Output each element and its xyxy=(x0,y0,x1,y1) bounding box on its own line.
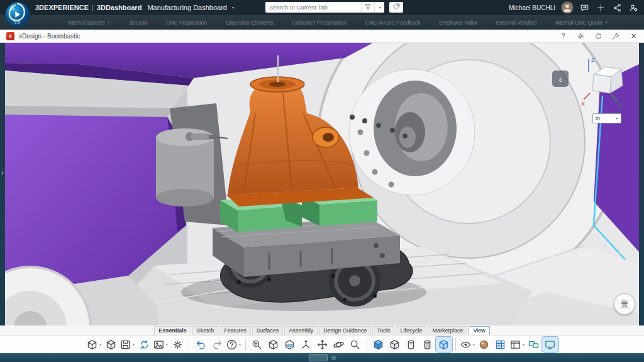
dashboard-tab[interactable]: External Vendors xyxy=(496,20,537,26)
axis-triad-icon[interactable] xyxy=(298,337,314,352)
dashboard-tab[interactable]: Employee Index xyxy=(439,20,477,26)
hide-show-icon[interactable]: ▼ xyxy=(459,337,476,352)
ribbon-tab-essentials[interactable]: Essentials xyxy=(154,326,191,335)
xdesign-window: x xDesign - Boombastic ?× xyxy=(0,30,644,353)
units-dropdown[interactable]: in ▼ xyxy=(592,113,621,123)
model-box-icon[interactable] xyxy=(103,337,119,352)
dashboard-tab[interactable]: CNC MASIC Feedback xyxy=(365,20,420,26)
toolbar-separator xyxy=(245,338,246,351)
ribbon-tab-lifecycle[interactable]: Lifecycle xyxy=(396,326,426,335)
dashboard-name[interactable]: Manufacturing Dashboard xyxy=(147,4,227,11)
logo-text-3d: 3D xyxy=(10,7,14,11)
ribbon-tab-tools[interactable]: Tools xyxy=(372,326,394,335)
settings-button[interactable] xyxy=(577,31,585,40)
ribbon-tab-surfaces[interactable]: Surfaces xyxy=(252,326,284,335)
iso-view-icon[interactable] xyxy=(265,337,282,352)
new-design-icon[interactable]: ▼ xyxy=(86,337,103,352)
options-gear-icon[interactable] xyxy=(169,337,186,352)
window-titlebar[interactable]: x xDesign - Boombastic ?× xyxy=(0,30,644,43)
dashboard-tab[interactable]: Customer Presentation xyxy=(292,20,347,26)
add-content-icon[interactable] xyxy=(596,3,606,13)
zoom-fit-icon[interactable] xyxy=(347,337,364,352)
rotary-cylinder xyxy=(156,128,214,206)
share-chat-icon[interactable] xyxy=(579,3,590,13)
redo-icon[interactable] xyxy=(209,337,225,352)
view-cube[interactable]: Z X Y xyxy=(581,54,629,110)
ribbon: EssentialsSketchFeaturesSurfacesAssembly… xyxy=(0,325,644,353)
3d-viewport[interactable]: ‹ Z X Y in ▼ xyxy=(5,43,639,325)
share-icon[interactable] xyxy=(612,3,623,13)
shaded-edges-style-icon[interactable] xyxy=(387,337,403,352)
pan-icon[interactable] xyxy=(314,337,331,352)
dashboard-tab[interactable]: Internal CNC Quota▼ xyxy=(555,20,608,26)
user-name[interactable]: Michael BUCHLI xyxy=(509,4,555,11)
zoom-area-icon[interactable] xyxy=(249,337,265,352)
panel-layout-icon[interactable]: ▼ xyxy=(509,337,526,352)
capture-image-icon[interactable]: ▼ xyxy=(152,337,169,352)
assistant-button[interactable] xyxy=(614,293,635,315)
tag-icon xyxy=(392,2,401,13)
ribbon-tab-design-guidance[interactable]: Design Guidance xyxy=(319,326,371,335)
expand-panel-icon[interactable]: › xyxy=(1,170,3,176)
ribbon-tab-view[interactable]: View xyxy=(469,326,489,335)
work-grid-icon[interactable] xyxy=(492,337,509,352)
z-axis-label: Z xyxy=(591,57,595,63)
search-options-caret[interactable]: ▼ xyxy=(374,2,384,13)
section-view-icon[interactable] xyxy=(282,337,298,352)
search-filter-funnel-icon[interactable] xyxy=(361,2,374,13)
brand-3dexperience: 3DEXPERIENCE xyxy=(35,4,89,11)
wireframe-style-icon[interactable] xyxy=(403,337,419,352)
help-button[interactable]: ? xyxy=(559,31,567,40)
orbit-icon[interactable] xyxy=(331,337,347,352)
funnel-icon xyxy=(364,2,372,13)
multi-screen-icon[interactable] xyxy=(526,337,542,352)
brand-app: 3DDashboard xyxy=(97,4,142,11)
search-bar: ▼ xyxy=(265,2,403,13)
dashboard-tab[interactable]: 3DLean xyxy=(129,20,148,26)
window-controls: ?× xyxy=(559,31,638,40)
3ds-compass-logo[interactable]: 3D V+R xyxy=(4,1,31,28)
hidden-line-style-icon[interactable] xyxy=(419,337,436,352)
screen-share-icon[interactable] xyxy=(542,337,558,352)
close-button[interactable]: × xyxy=(630,31,638,40)
platform-brand: 3DEXPERIENCE | 3DDashboard Manufacturing… xyxy=(35,0,235,15)
avatar[interactable] xyxy=(561,1,574,14)
taskbar-item[interactable] xyxy=(309,354,328,361)
shaded-style-icon[interactable] xyxy=(370,337,387,352)
toolbar-separator xyxy=(455,338,456,351)
ribbon-toolbar: ▼▼▼▼▼▼ xyxy=(0,335,644,353)
dashboard-tab[interactable]: Internal Spaces▼ xyxy=(68,20,111,26)
machine-3d-scene xyxy=(5,43,639,325)
chevron-left-icon: ‹ xyxy=(559,74,562,84)
screen: 3DEXPERIENCE | 3DDashboard Manufacturing… xyxy=(0,0,644,362)
platform-top-bar: 3DEXPERIENCE | 3DDashboard Manufacturing… xyxy=(0,0,644,15)
dashboard-tab-bar: Internal Spaces▼3DLeanCNC PreparationGat… xyxy=(0,15,644,30)
undo-icon[interactable] xyxy=(192,337,209,352)
top-bar-icons xyxy=(579,3,639,13)
left-panel-strip[interactable]: › xyxy=(0,43,5,325)
save-icon[interactable]: ▼ xyxy=(119,337,136,352)
render-material-icon[interactable] xyxy=(476,337,492,352)
collapse-panel-button[interactable]: ‹ xyxy=(552,71,569,87)
help-icon[interactable]: ▼ xyxy=(225,337,242,352)
refresh-button[interactable] xyxy=(594,31,602,40)
ribbon-tab-features[interactable]: Features xyxy=(219,326,251,335)
taskbar-dot[interactable] xyxy=(331,356,336,360)
sync-icon[interactable] xyxy=(136,337,152,352)
dashboard-caret-icon[interactable]: ▼ xyxy=(231,6,235,9)
search-caret-icon: ▼ xyxy=(379,6,382,9)
pin-button[interactable] xyxy=(612,31,620,40)
ribbon-tab-marketplace[interactable]: Marketplace xyxy=(428,326,467,335)
top-bar-right: Michael BUCHLI xyxy=(509,0,639,15)
ribbon-tab-sketch[interactable]: Sketch xyxy=(192,326,219,335)
right-panel-strip[interactable] xyxy=(639,43,644,325)
brand-divider: | xyxy=(92,4,94,11)
dashboard-tab[interactable]: GateANSI Elements xyxy=(226,20,274,26)
ribbon-tab-assembly[interactable]: Assembly xyxy=(284,326,318,335)
toolbar-separator xyxy=(189,338,189,351)
profile-settings-icon[interactable] xyxy=(628,3,639,13)
search-input[interactable] xyxy=(265,2,361,13)
dashboard-tab[interactable]: CNC Preparation xyxy=(166,20,207,26)
tag-button[interactable] xyxy=(389,2,403,13)
ghost-style-icon[interactable] xyxy=(436,337,452,352)
